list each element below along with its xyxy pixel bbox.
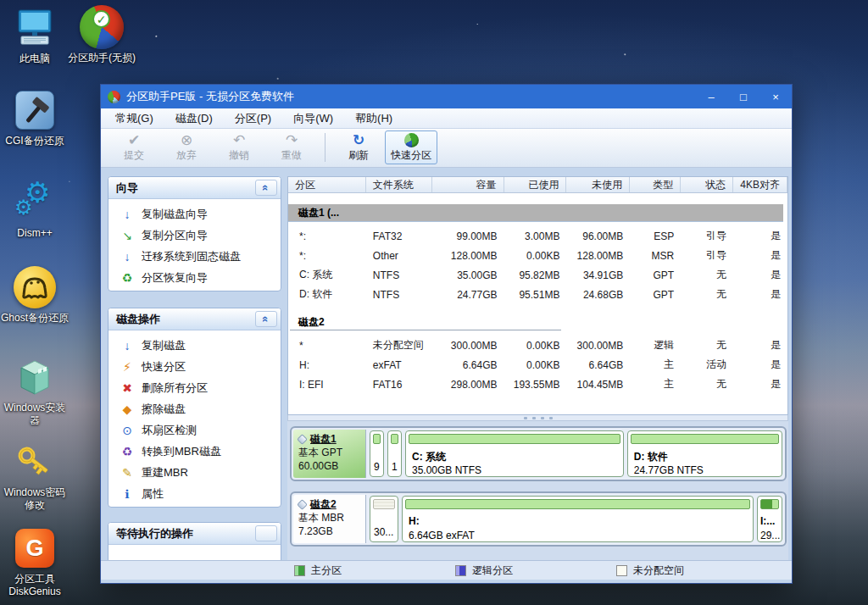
maximize-button[interactable]: □: [727, 85, 760, 108]
menu-partition[interactable]: 分区(P): [224, 111, 282, 126]
collapse-button[interactable]: [255, 525, 277, 541]
col-capacity[interactable]: 容量: [432, 177, 504, 192]
disk2-label[interactable]: 磁盘2 基本 MBR 7.23GB: [293, 495, 366, 543]
col-type[interactable]: 类型: [630, 177, 681, 192]
redo-button[interactable]: ↷ 重做: [265, 132, 318, 163]
partition-block-msr[interactable]: 1: [387, 430, 402, 477]
sidebar-item-copy-disk[interactable]: ↓ 复制磁盘: [111, 335, 278, 356]
cell: 104.45MB: [566, 379, 630, 391]
convert-mbr-icon: ♻: [120, 445, 134, 458]
minimize-button[interactable]: –: [695, 85, 727, 108]
table-row[interactable]: C: 系统 NTFS 35.00GB 95.82MB 34.91GB GPT 无…: [288, 265, 787, 285]
chevron-up-icon: «: [260, 316, 271, 322]
col-status[interactable]: 状态: [681, 177, 733, 192]
table-row[interactable]: H: exFAT 6.64GB 0.00KB 6.64GB 主 活动 是: [288, 355, 787, 375]
table-row[interactable]: D: 软件 NTFS 24.77GB 95.51MB 24.68GB GPT 无…: [288, 285, 787, 304]
sidebar-item-bad-sector-check[interactable]: ⊙ 坏扇区检测: [111, 419, 278, 441]
disk1-row: 磁盘1 基本 GPT 60.00GB 9 1: [290, 426, 787, 481]
sidebar-item-label: 迁移系统到固态磁盘: [142, 249, 241, 264]
cell: 引导: [681, 229, 733, 243]
quick-partition-button[interactable]: 快速分区: [385, 130, 437, 164]
discard-label: 放弃: [176, 148, 197, 163]
menu-general[interactable]: 常规(G): [104, 111, 164, 126]
desktop-icon-dism[interactable]: ⚙⚙ Dism++: [0, 180, 70, 240]
legend-unallocated: 未分配空间: [616, 563, 777, 578]
partition-block-unallocated[interactable]: 30...: [370, 496, 398, 542]
sidebar-item-rebuild-mbr[interactable]: ✎ 重建MBR: [111, 462, 278, 483]
sidebar-item-copy-disk-wizard[interactable]: ↓ 复制磁盘向导: [111, 203, 278, 225]
diskgenius-icon: G: [0, 525, 70, 571]
table-row[interactable]: I: EFI FAT16 298.00MB 193.55MB 104.45MB …: [288, 375, 787, 394]
discard-button[interactable]: ⊗ 放弃: [160, 132, 213, 163]
desktop-icon-windows-installer[interactable]: Windows安装器: [0, 354, 70, 427]
menu-wizard[interactable]: 向导(W): [282, 111, 344, 126]
col-4kb-align[interactable]: 4KB对齐: [733, 177, 787, 192]
partition-block-d[interactable]: D: 软件 24.77GB NTFS: [627, 430, 782, 477]
sidebar-item-properties[interactable]: ℹ 属性: [111, 483, 278, 504]
disk1-group-row[interactable]: 磁盘1 (...: [288, 204, 783, 221]
cell: 24.68GB: [566, 289, 630, 301]
sidebar-item-convert-to-mbr[interactable]: ♻ 转换到MBR磁盘: [111, 441, 278, 462]
wizard-panel: 向导 « ↓ 复制磁盘向导 ↘ 复制分区向导 ↓ 迁移系统到固态磁盘: [108, 176, 281, 291]
desktop-icon-diskgenius[interactable]: G 分区工具 DiskGenius: [0, 525, 70, 598]
desktop-icon-windows-password[interactable]: Windows密码修改: [0, 439, 70, 512]
disk-size: 60.00GB: [298, 459, 360, 473]
copy-partition-wizard-icon: ↘: [120, 229, 134, 242]
wizard-panel-header[interactable]: 向导 «: [108, 177, 281, 199]
partition-size: 1: [392, 461, 398, 473]
cell: 128.00MB: [566, 250, 630, 262]
cell: 300.00MB: [432, 340, 504, 352]
sidebar-item-label: 复制分区向导: [142, 228, 208, 243]
sidebar-item-label: 重建MBR: [142, 465, 188, 480]
col-used[interactable]: 已使用: [504, 177, 567, 192]
disk-name: 磁盘2: [310, 497, 337, 511]
commit-button[interactable]: ✔ 提交: [108, 132, 160, 163]
desktop: { "desktop": { "icons": [ { "name": "thi…: [0, 0, 868, 605]
cell: FAT32: [366, 230, 432, 242]
sidebar-item-delete-all-partitions[interactable]: ✖ 删除所有分区: [111, 377, 278, 398]
cell: 95.82MB: [504, 269, 567, 281]
app-icon[interactable]: [108, 91, 120, 103]
col-filesystem[interactable]: 文件系统: [366, 177, 432, 192]
cell: 是: [733, 287, 787, 302]
desktop-icon-ghost-backup[interactable]: Ghost备份还原: [0, 264, 70, 325]
desktop-icon-cgi-backup[interactable]: CGI备份还原: [0, 87, 70, 147]
desktop-icon-this-pc[interactable]: 此电脑: [0, 5, 70, 65]
collapse-button[interactable]: «: [255, 311, 277, 327]
cell: GPT: [630, 269, 681, 281]
desktop-icon-label: CGI备份还原: [0, 135, 70, 147]
menu-disk[interactable]: 磁盘(D): [164, 111, 224, 126]
sidebar-item-copy-partition-wizard[interactable]: ↘ 复制分区向导: [111, 225, 278, 246]
table-row[interactable]: *: Other 128.00MB 0.00KB 128.00MB MSR 引导…: [288, 246, 787, 265]
pending-operations-header[interactable]: 等待执行的操作: [108, 523, 281, 545]
partition-block-i[interactable]: I:... 29...: [757, 496, 782, 542]
close-button[interactable]: ×: [760, 85, 792, 108]
disk1-label[interactable]: 磁盘1 基本 GPT 60.00GB: [293, 430, 366, 478]
sidebar-item-migrate-os[interactable]: ↓ 迁移系统到固态磁盘: [111, 246, 278, 267]
partition-block-h[interactable]: H: 6.64GB exFAT: [402, 496, 754, 542]
disk2-group-row[interactable]: 磁盘2: [290, 314, 561, 330]
pane-splitter[interactable]: [287, 415, 788, 421]
desktop-icon-partition-assistant[interactable]: ✓ 分区助手(无损): [65, 4, 138, 64]
menu-help[interactable]: 帮助(H): [344, 111, 403, 126]
col-unused[interactable]: 未使用: [566, 177, 630, 192]
refresh-button[interactable]: ↻ 刷新: [332, 132, 385, 163]
table-row[interactable]: *: FAT32 99.00MB 3.00MB 96.00MB ESP 引导 是: [288, 226, 787, 246]
sidebar-item-partition-recovery[interactable]: ♻ 分区恢复向导: [111, 267, 278, 288]
partition-block-esp[interactable]: 9: [370, 430, 384, 477]
sidebar-item-quick-partition[interactable]: ⚡ 快速分区: [111, 356, 278, 377]
partition-block-c[interactable]: C: 系统 35.00GB NTFS: [405, 430, 624, 477]
collapse-button[interactable]: «: [255, 180, 277, 196]
cell: 逻辑: [630, 338, 681, 352]
disk-operations-header[interactable]: 磁盘操作 «: [108, 308, 281, 330]
cell: *: [288, 340, 366, 352]
title-bar: 分区助手PE版 - 无损分区免费软件 – □ ×: [101, 85, 792, 108]
window-content: 向导 « ↓ 复制磁盘向导 ↘ 复制分区向导 ↓ 迁移系统到固态磁盘: [101, 168, 792, 560]
copy-disk-icon: ↓: [120, 339, 134, 352]
table-row[interactable]: * 未分配空间 300.00MB 0.00KB 300.00MB 逻辑 无 是: [288, 336, 787, 355]
disk-bus: 基本 GPT: [298, 446, 360, 459]
partition-size: 35.00GB NTFS: [412, 464, 481, 476]
col-partition[interactable]: 分区: [288, 177, 366, 192]
undo-button[interactable]: ↶ 撤销: [213, 132, 265, 163]
sidebar-item-wipe-disk[interactable]: ◆ 擦除磁盘: [111, 398, 278, 419]
